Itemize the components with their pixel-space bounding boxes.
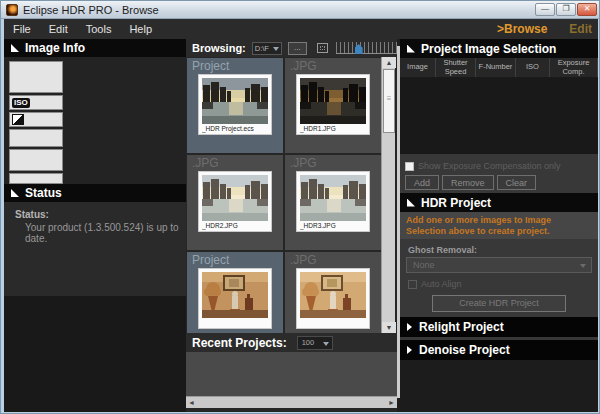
path-dropdown[interactable]: D:\F <box>252 42 282 55</box>
path-value: D:\F <box>255 44 269 53</box>
status-header[interactable]: Status <box>4 184 186 202</box>
thumbnail-cell-2[interactable]: .JPG _HDR1.JPG <box>285 58 381 153</box>
image-info-panel: Image Info ISO Status Status: Your produ… <box>4 39 186 412</box>
browsing-bar: Browsing: D:\F ... <box>186 39 397 57</box>
thumbnail-photo[interactable]: _HDR3.JPG <box>296 171 370 232</box>
maximize-button[interactable]: ❐ <box>556 3 576 16</box>
thumbnail-caption <box>300 318 366 327</box>
remove-button[interactable]: Remove <box>442 175 494 190</box>
thumbnail-cell-6[interactable]: .JPG <box>285 252 381 333</box>
menu-bar: FileEditToolsHelp >Browse Edit <box>4 19 598 39</box>
collapse-arrow-icon <box>11 44 19 52</box>
column-header-shutter-speed[interactable]: Shutter Speed <box>436 58 476 77</box>
thumbnail-cell-3[interactable]: .JPG _HDR2.JPG <box>187 155 283 250</box>
thumbnail-grid: Project _HDR Project.ecs.JPG _HDR1.JPG.J <box>186 57 381 333</box>
column-header-iso[interactable]: ISO <box>516 58 550 77</box>
thumbnail-cell-5[interactable]: Project <box>187 252 283 333</box>
image-info-strip: ISO <box>9 61 63 186</box>
hdr-project-title: HDR Project <box>421 196 491 210</box>
ghost-removal-dropdown[interactable]: None <box>406 257 592 273</box>
ghost-removal-label: Ghost Removal: <box>408 245 477 255</box>
recent-count-dropdown[interactable]: 100 <box>297 336 333 350</box>
horizontal-scrollbar[interactable]: ◄ ► <box>186 396 397 408</box>
main-content: Image Info ISO Status Status: Your produ… <box>4 39 598 412</box>
close-button[interactable]: ✕ <box>577 3 597 16</box>
recent-projects-list[interactable] <box>186 352 397 396</box>
edit-mode-link[interactable]: Edit <box>569 22 592 36</box>
hdr-project-message: Add one or more images to Image Selectio… <box>400 212 598 239</box>
panel-footer <box>400 360 598 412</box>
column-header-image[interactable]: Image <box>400 58 436 77</box>
minimize-button[interactable]: — <box>535 3 555 16</box>
cityscape-image <box>202 175 268 221</box>
thumbnail-photo[interactable]: _HDR1.JPG <box>296 74 370 135</box>
cityscape-image <box>202 78 268 124</box>
info-cell-blank <box>9 129 63 147</box>
thumbnail-photo[interactable]: _HDR2.JPG <box>198 171 272 232</box>
selection-buttons: AddRemoveClear <box>405 175 536 190</box>
menu-help[interactable]: Help <box>120 19 161 39</box>
exposure-comp-icon <box>12 114 24 125</box>
chevron-down-icon <box>580 264 586 268</box>
window-title: Eclipse HDR PRO - Browse <box>23 4 159 16</box>
thumbnail-group-label: Project <box>187 252 283 267</box>
column-header-exposure-comp-[interactable]: Exposure Comp. <box>550 58 598 77</box>
menu-file[interactable]: File <box>4 19 40 39</box>
thumbnail-zoom-slider[interactable] <box>336 42 397 54</box>
menubar-items: FileEditToolsHelp <box>4 19 161 39</box>
scroll-left-icon[interactable]: ◄ <box>188 397 195 409</box>
still-life-image <box>202 272 268 318</box>
menu-tools[interactable]: Tools <box>77 19 121 39</box>
selection-title: Project Image Selection <box>421 42 556 56</box>
thumbnail-size-icon <box>317 43 329 53</box>
info-cell-blank <box>9 61 63 93</box>
info-cell-blank <box>9 149 63 171</box>
iso-badge-icon: ISO <box>12 98 30 108</box>
selection-table-body[interactable] <box>400 78 598 154</box>
relight-project-header[interactable]: Relight Project <box>400 317 598 337</box>
still-life-image <box>300 272 366 318</box>
app-icon <box>6 4 18 16</box>
scroll-right-icon[interactable]: ► <box>388 397 395 409</box>
clear-button[interactable]: Clear <box>497 175 537 190</box>
status-content: Status: Your product (1.3.500.524) is up… <box>4 202 186 296</box>
denoise-title: Denoise Project <box>419 343 510 357</box>
selection-table-header: ImageShutter SpeedF-NumberISOExposure Co… <box>400 58 598 78</box>
browser-panel: Browsing: D:\F ... Project <box>186 39 397 412</box>
auto-align-label: Auto Align <box>421 279 462 289</box>
exposure-filter-checkbox[interactable] <box>405 162 414 171</box>
status-title: Status <box>25 186 62 200</box>
scroll-down-icon[interactable]: ▼ <box>382 322 396 333</box>
image-info-header[interactable]: Image Info <box>4 39 186 57</box>
thumbnail-caption: _HDR1.JPG <box>300 124 366 133</box>
app-window: Eclipse HDR PRO - Browse — ❐ ✕ FileEditT… <box>0 0 600 414</box>
collapse-arrow-icon <box>407 199 415 207</box>
expand-arrow-icon <box>407 346 412 354</box>
thumbnail-photo[interactable] <box>296 268 370 329</box>
thumbnail-cell-4[interactable]: .JPG _HDR3.JPG <box>285 155 381 250</box>
thumbnail-caption: _HDR Project.ecs <box>202 124 268 133</box>
info-cell-iso-badge-icon: ISO <box>9 95 63 110</box>
denoise-project-header[interactable]: Denoise Project <box>400 340 598 360</box>
collapse-arrow-icon <box>11 189 19 197</box>
add-button[interactable]: Add <box>405 175 439 190</box>
hdr-project-header[interactable]: HDR Project <box>400 193 598 212</box>
thumbnail-photo[interactable]: _HDR Project.ecs <box>198 74 272 135</box>
browse-folder-button[interactable]: ... <box>288 42 307 55</box>
column-header-f-number[interactable]: F-Number <box>476 58 516 77</box>
recent-count-value: 100 <box>302 338 315 347</box>
slider-thumb[interactable] <box>355 44 363 54</box>
browse-mode-link[interactable]: >Browse <box>497 22 547 36</box>
scroll-up-icon[interactable]: ▲ <box>382 57 396 68</box>
thumbnail-photo[interactable] <box>198 268 272 329</box>
auto-align-checkbox[interactable] <box>408 280 417 289</box>
scrollbar-thumb[interactable] <box>383 69 395 133</box>
cityscape-image <box>300 175 366 221</box>
vertical-scrollbar[interactable]: ▲ ▼ <box>381 57 395 333</box>
status-message: Your product (1.3.500.524) is up to date… <box>25 222 186 244</box>
recent-projects-label: Recent Projects: <box>192 336 287 350</box>
menu-edit[interactable]: Edit <box>40 19 77 39</box>
project-image-selection-header[interactable]: Project Image Selection <box>400 39 598 58</box>
create-hdr-project-button[interactable]: Create HDR Project <box>432 295 566 312</box>
thumbnail-cell-1[interactable]: Project _HDR Project.ecs <box>187 58 283 153</box>
